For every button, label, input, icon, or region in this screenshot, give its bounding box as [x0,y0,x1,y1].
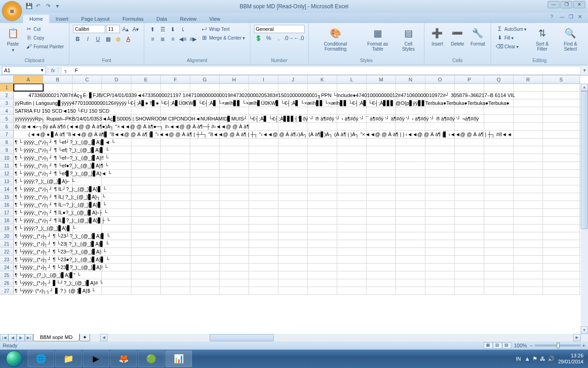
cell[interactable] [161,170,190,177]
cell[interactable] [455,256,484,263]
taskbar-clock[interactable]: 13:26 29/01/2014 [558,353,586,365]
cell[interactable] [73,178,102,185]
cell[interactable] [308,209,337,216]
cell[interactable] [484,84,514,91]
cell[interactable] [337,287,367,294]
column-header[interactable]: C [73,75,102,83]
cell[interactable] [543,84,580,91]
row-header[interactable]: 1 [0,84,14,91]
cell[interactable] [220,224,249,232]
cell[interactable] [543,115,580,122]
cell[interactable] [131,162,161,169]
cell[interactable] [249,279,278,287]
cell[interactable] [396,185,425,193]
tab-review[interactable]: Review [174,15,203,23]
row-header[interactable]: 10 [0,154,14,161]
tray-flag-icon[interactable]: ⚑ [532,356,537,362]
cell[interactable] [337,138,367,146]
find-select-button[interactable]: 🔍Find & Select [557,25,584,52]
cell[interactable] [514,146,543,154]
cell[interactable] [161,224,190,232]
cell[interactable] [455,271,484,279]
cell[interactable] [308,201,337,208]
cell[interactable] [308,224,337,232]
cell[interactable] [396,232,425,240]
row-header[interactable]: 26 [0,279,14,287]
cell[interactable] [308,107,337,115]
cell[interactable] [249,178,278,185]
cell[interactable] [190,256,220,263]
cell[interactable] [131,209,161,216]
cell[interactable] [190,138,220,146]
language-indicator[interactable]: IN [516,356,521,362]
cell[interactable] [367,162,396,169]
tab-formulas[interactable]: Formulas [116,15,150,23]
cell[interactable] [308,240,337,247]
cell[interactable] [308,279,337,287]
column-header[interactable]: F [161,75,190,83]
align-center-icon[interactable]: ≣ [158,34,167,44]
cell[interactable] [455,170,484,177]
cell[interactable] [308,170,337,177]
cell[interactable] [278,209,308,216]
row-header[interactable]: 8 [0,138,14,146]
merge-center-button[interactable]: ⊞Merge & Center▾ [199,34,246,42]
cell[interactable] [396,154,425,161]
column-header[interactable]: Q [484,75,514,83]
qat-dropdown-icon[interactable]: ▾ [56,3,63,10]
cell[interactable] [220,138,249,146]
cell[interactable] [367,185,396,193]
cell[interactable] [367,287,396,294]
cell[interactable] [278,185,308,193]
cell[interactable] [514,107,543,115]
cell[interactable] [455,178,484,185]
cell[interactable] [337,217,367,224]
cell[interactable] [131,178,161,185]
cell[interactable] [102,279,131,287]
cell[interactable] [161,287,190,294]
cell[interactable] [367,123,396,130]
cell[interactable] [396,248,425,255]
cell[interactable] [425,146,455,154]
cell[interactable] [543,146,580,154]
row-header[interactable]: 17 [0,209,14,216]
row-header[interactable]: 14 [0,185,14,193]
cell[interactable] [514,240,543,247]
cell[interactable] [131,232,161,240]
tray-up-icon[interactable]: ▲ [525,356,530,362]
cell[interactable] [220,178,249,185]
row-header[interactable]: 11 [0,162,14,169]
cell[interactable] [190,264,220,271]
cell[interactable] [249,271,278,279]
cell-styles-button[interactable]: ▤Cell Styles [396,25,420,52]
cell[interactable] [249,248,278,255]
cell[interactable] [425,224,455,232]
sheet-first-icon[interactable]: |◀ [0,334,8,341]
cell[interactable] [278,170,308,177]
italic-button[interactable]: I [83,34,92,44]
cell[interactable] [514,279,543,287]
cell[interactable] [190,193,220,201]
sheet-prev-icon[interactable]: ◀ [8,334,17,341]
cell[interactable] [514,138,543,146]
cell[interactable] [543,185,580,193]
cell[interactable] [484,154,514,161]
cell[interactable] [484,224,514,232]
column-header[interactable]: E [131,75,161,83]
close-button[interactable]: ✕ [573,1,585,8]
row-header[interactable]: 7 [0,131,14,138]
cell[interactable] [161,162,190,169]
cell[interactable] [367,279,396,287]
cell[interactable] [455,279,484,287]
cell[interactable] [337,154,367,161]
align-bottom-icon[interactable]: ⬇ [168,25,177,34]
cell[interactable] [278,217,308,224]
cell[interactable] [543,201,580,208]
cell[interactable] [484,170,514,177]
cell[interactable] [278,193,308,201]
row-header[interactable]: 5 [0,115,14,122]
expand-formula-icon[interactable]: ▾ [581,68,588,73]
orientation-icon[interactable]: ⤹ [178,25,187,34]
ribbon-close-icon[interactable]: ✕ [578,14,584,20]
row-header[interactable]: 21 [0,240,14,247]
